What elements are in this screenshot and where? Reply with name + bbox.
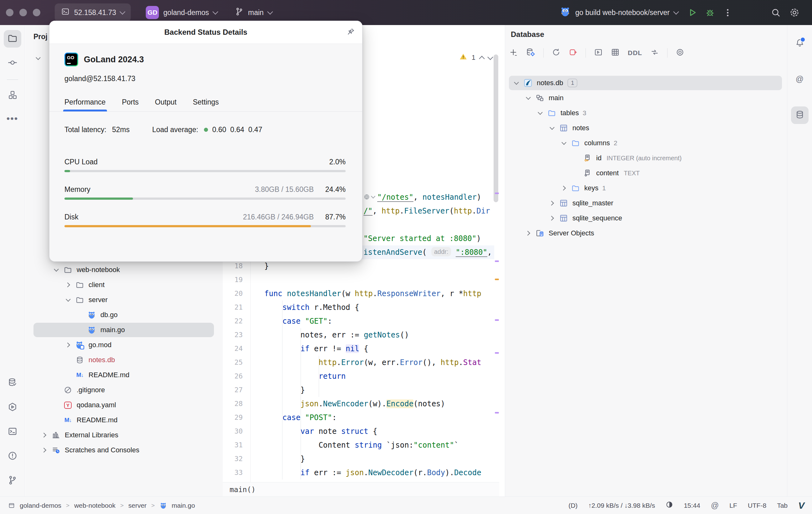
database-tool-button[interactable] (791, 106, 809, 124)
encoding-selector[interactable]: UTF-8 (748, 502, 767, 509)
popup-tab-performance[interactable]: Performance (64, 98, 106, 111)
datasource-properties-button[interactable] (526, 48, 535, 58)
project-item-readme-md[interactable]: M↓README.md (25, 368, 223, 382)
code-line-19[interactable]: 19 (223, 273, 494, 287)
code-line-25[interactable]: 25 http.Error(w, err.Error(), http.Stat (223, 356, 494, 369)
code-line-29[interactable]: 29 case "POST": (223, 411, 494, 425)
run-configuration-selector[interactable]: go build web-notebook/server (559, 6, 678, 19)
popup-tab-ports[interactable]: Ports (122, 98, 139, 111)
search-everywhere-button[interactable] (769, 6, 783, 20)
db-item-columns[interactable]: columns2 (505, 136, 787, 151)
db-item-sqlite-sequence[interactable]: sqlite_sequence (505, 211, 787, 226)
chevron-down-icon[interactable] (546, 120, 558, 136)
line-number[interactable]: 22 (223, 314, 243, 328)
chevron-down-icon[interactable] (511, 76, 522, 90)
tool-commit-button[interactable] (4, 54, 21, 72)
code-line-33[interactable]: 33 if err := json.NewDecoder(r.Body).Dec… (223, 466, 494, 480)
debug-button[interactable] (703, 6, 717, 20)
scope-button[interactable] (676, 48, 685, 58)
tool-project-button[interactable] (4, 30, 21, 48)
code-line-24[interactable]: 24 if err != nil { (223, 342, 494, 356)
chevron-right-icon[interactable] (62, 277, 74, 292)
line-number[interactable]: 24 (223, 342, 243, 356)
line-number[interactable]: 32 (223, 452, 243, 466)
breadcrumb-item[interactable]: web-notebook (74, 502, 115, 509)
tool-services-button[interactable] (4, 399, 21, 416)
project-item-client[interactable]: client (25, 277, 223, 292)
db-item-tables[interactable]: tables3 (505, 106, 787, 120)
query-console-button[interactable] (594, 48, 603, 58)
line-number[interactable]: 30 (223, 425, 243, 438)
line-number[interactable]: 31 (223, 438, 243, 452)
stripe-mark[interactable] (495, 261, 499, 262)
tool-database-check-button[interactable] (4, 374, 21, 392)
stripe-mark[interactable] (495, 278, 499, 280)
code-line-26[interactable]: 26 return (223, 369, 494, 383)
project-item-go-mod[interactable]: go.mod (25, 337, 223, 352)
chevron-down-icon[interactable] (50, 262, 62, 277)
line-number[interactable]: 27 (223, 383, 243, 397)
line-number[interactable]: 21 (223, 300, 243, 314)
project-item-scratches-and-consoles[interactable]: Scratches and Consoles (25, 443, 223, 458)
popup-tab-settings[interactable]: Settings (193, 98, 219, 111)
line-number[interactable]: 25 (223, 356, 243, 369)
line-ending-selector[interactable]: LF (729, 502, 737, 509)
db-item-sqlite-master[interactable]: sqlite_master (505, 196, 787, 211)
chevron-down-icon[interactable] (62, 292, 74, 307)
table-editor-button[interactable] (611, 48, 620, 58)
db-item-notes-db[interactable]: notes.db1 (505, 76, 787, 90)
notifications-button[interactable] (791, 34, 809, 52)
code-line-23[interactable]: 23 notes, err := getNotes() (223, 328, 494, 342)
stripe-mark[interactable] (495, 319, 499, 321)
inspections-widget[interactable]: 1 (459, 53, 492, 63)
tool-more-button[interactable]: ••• (4, 111, 21, 129)
chevron-right-icon[interactable] (522, 226, 534, 241)
settings-button[interactable] (788, 6, 801, 20)
popup-tab-output[interactable]: Output (155, 98, 176, 111)
ddl-button[interactable]: DDL (628, 49, 642, 57)
project-item-web-notebook[interactable]: web-notebook (25, 262, 223, 277)
code-line-31[interactable]: 31 Content string `json:"content"` (223, 438, 494, 452)
editor-scrollbar[interactable] (494, 54, 498, 202)
tool-terminal-button[interactable] (4, 423, 21, 441)
navigate-button[interactable] (650, 48, 659, 58)
code-line-30[interactable]: 30 var note struct { (223, 425, 494, 438)
close-button[interactable] (6, 9, 13, 16)
chevron-right-icon[interactable] (38, 428, 50, 443)
next-problem-button[interactable] (487, 54, 493, 60)
minimize-button[interactable] (20, 9, 27, 16)
ai-assistant-button[interactable]: @ (791, 70, 809, 88)
db-item-content[interactable]: contentTEXT (505, 166, 787, 181)
chevron-right-icon[interactable] (38, 443, 50, 458)
project-item--gitignore[interactable]: .gitignore (25, 382, 223, 398)
line-number[interactable]: 33 (223, 466, 243, 480)
db-item-keys[interactable]: keys1 (505, 181, 787, 196)
project-item-main-go[interactable]: main.go (25, 322, 223, 337)
db-item-id[interactable]: idINTEGER (auto increment) (505, 151, 787, 166)
db-item-notes[interactable]: notes (505, 120, 787, 136)
branch-selector[interactable]: main (235, 7, 272, 18)
chevron-down-icon[interactable] (522, 90, 534, 106)
project-selector[interactable]: GD goland-demos (146, 6, 218, 19)
line-number[interactable]: 19 (223, 273, 243, 287)
contrast-icon[interactable] (666, 501, 673, 510)
line-number[interactable]: 29 (223, 411, 243, 425)
chevron-down-icon[interactable] (534, 106, 546, 120)
editor-breadcrumb[interactable]: main() (223, 482, 499, 496)
line-number[interactable]: 20 (223, 287, 243, 300)
db-item-server-objects[interactable]: Server Objects (505, 226, 787, 241)
pin-button[interactable] (347, 27, 355, 38)
db-item-main[interactable]: main (505, 90, 787, 106)
project-item-readme-md[interactable]: M↓README.md (25, 412, 223, 428)
stripe-mark[interactable] (495, 192, 499, 194)
breadcrumb-item[interactable]: goland-demos (20, 502, 61, 509)
line-number[interactable]: 23 (223, 328, 243, 342)
chevron-down-icon[interactable] (33, 51, 43, 66)
code-line-20[interactable]: 20func notesHandler(w http.ResponseWrite… (223, 287, 494, 300)
chevron-right-icon[interactable] (558, 181, 570, 196)
at-icon[interactable]: @ (711, 501, 719, 510)
breadcrumb-item[interactable]: server (128, 502, 146, 509)
chevron-right-icon[interactable] (546, 196, 558, 211)
stripe-mark[interactable] (495, 412, 499, 413)
indent-selector[interactable]: Tab (777, 502, 788, 509)
